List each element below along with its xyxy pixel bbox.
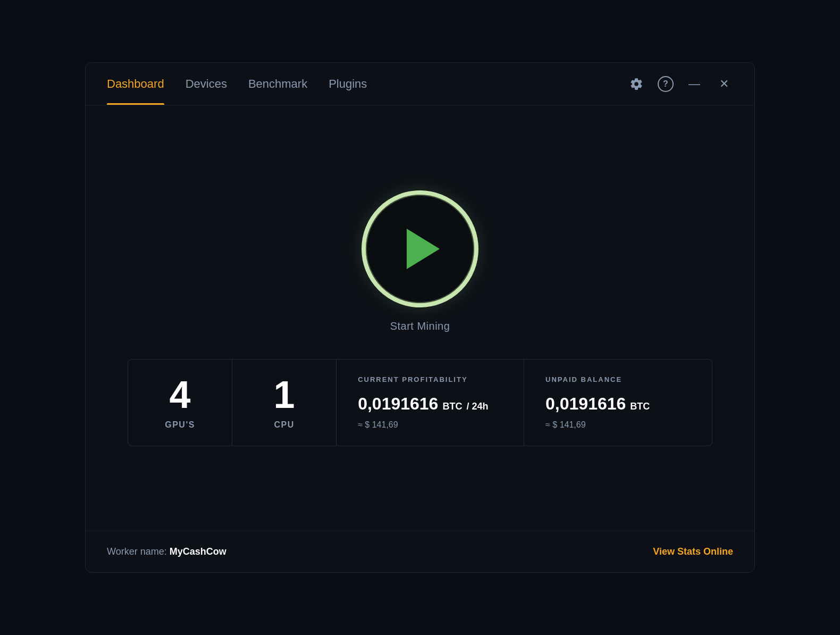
close-button[interactable]: ✕: [715, 75, 733, 93]
unpaid-btc-value: 0,0191616: [545, 394, 626, 414]
profitability-section-label: CURRENT PROFITABILITY: [358, 375, 467, 383]
main-content: Start Mining 4 GPU'S 1 CPU CURRENT PROFI…: [86, 105, 754, 531]
play-button-container: Start Mining: [362, 190, 478, 332]
worker-name-section: Worker name: MyCashCow: [107, 546, 226, 557]
nav-bar: Dashboard Devices Benchmark Plugins ? — …: [86, 63, 754, 105]
profitability-btc: 0,0191616 BTC / 24h: [358, 394, 488, 414]
cpu-stat-cell: 1 CPU: [232, 360, 337, 446]
help-icon: ?: [663, 79, 668, 89]
worker-name-value: MyCashCow: [170, 546, 226, 557]
help-button[interactable]: ?: [658, 76, 674, 92]
profitability-btc-unit: BTC: [442, 401, 462, 412]
tab-dashboard[interactable]: Dashboard: [107, 63, 164, 105]
cpu-label: CPU: [274, 420, 294, 430]
gpu-stat-cell: 4 GPU'S: [128, 360, 232, 446]
tab-devices[interactable]: Devices: [186, 63, 227, 105]
tab-plugins[interactable]: Plugins: [329, 63, 367, 105]
gpu-label: GPU'S: [165, 420, 195, 430]
unpaid-btc: 0,0191616 BTC: [545, 394, 650, 414]
unpaid-balance-cell: UNPAID BALANCE 0,0191616 BTC ≈ $ 141,69: [524, 360, 712, 446]
gpu-count: 4: [170, 375, 191, 414]
nav-controls: ? — ✕: [626, 73, 733, 95]
profitability-usd: ≈ $ 141,69: [358, 420, 398, 430]
app-window: Dashboard Devices Benchmark Plugins ? — …: [85, 62, 755, 573]
minimize-button[interactable]: —: [684, 75, 704, 93]
footer: Worker name: MyCashCow View Stats Online: [86, 531, 754, 572]
start-mining-button[interactable]: [362, 190, 478, 307]
play-icon: [407, 229, 440, 269]
view-stats-link[interactable]: View Stats Online: [653, 546, 733, 557]
nav-tabs: Dashboard Devices Benchmark Plugins: [107, 63, 367, 105]
tab-benchmark[interactable]: Benchmark: [248, 63, 307, 105]
profitability-btc-value: 0,0191616: [358, 394, 438, 414]
cpu-count: 1: [274, 375, 295, 414]
unpaid-btc-unit: BTC: [630, 401, 650, 412]
gear-icon: [629, 77, 643, 91]
profitability-per-24h: / 24h: [466, 401, 488, 412]
start-mining-label: Start Mining: [390, 320, 450, 332]
profitability-cell: CURRENT PROFITABILITY 0,0191616 BTC / 24…: [337, 360, 524, 446]
unpaid-usd: ≈ $ 141,69: [545, 420, 586, 430]
stats-grid: 4 GPU'S 1 CPU CURRENT PROFITABILITY 0,01…: [128, 359, 712, 446]
settings-button[interactable]: [626, 73, 647, 95]
unpaid-section-label: UNPAID BALANCE: [545, 375, 622, 383]
worker-name-prefix: Worker name:: [107, 546, 170, 557]
